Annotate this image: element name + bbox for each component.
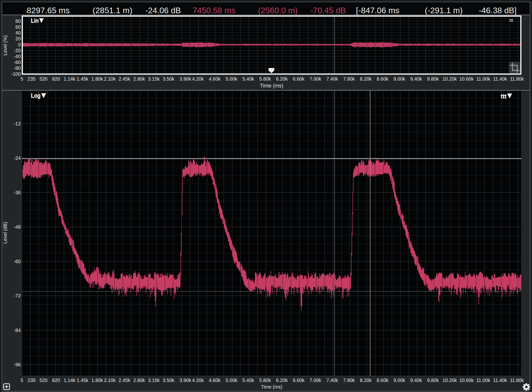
svg-text:3.90k: 3.90k	[179, 378, 191, 383]
svg-text:2.10k: 2.10k	[104, 76, 116, 82]
svg-text:1.45k: 1.45k	[77, 76, 89, 82]
svg-text:7450.58 ms: 7450.58 ms	[192, 6, 235, 15]
svg-text:9.80k: 9.80k	[427, 378, 439, 383]
svg-text:5: 5	[21, 378, 23, 383]
svg-text:-24: -24	[14, 155, 21, 161]
svg-text:10.60k: 10.60k	[459, 76, 474, 82]
svg-text:2.45k: 2.45k	[119, 76, 130, 82]
svg-text:ttt: ttt	[501, 93, 507, 100]
svg-text:2.80k: 2.80k	[133, 378, 145, 383]
svg-text:4.60k: 4.60k	[209, 378, 221, 383]
svg-text:1.14k: 1.14k	[64, 76, 76, 82]
svg-text:-96: -96	[14, 362, 21, 367]
svg-text:1.80k: 1.80k	[91, 76, 103, 82]
svg-text:-70.45 dB: -70.45 dB	[310, 6, 346, 15]
svg-text:8297.65 ms: 8297.65 ms	[27, 6, 70, 15]
svg-text:520: 520	[39, 76, 48, 82]
svg-text:2.10k: 2.10k	[104, 378, 116, 383]
svg-text:5.80k: 5.80k	[259, 76, 271, 82]
svg-text:3.50k: 3.50k	[163, 378, 175, 383]
svg-text:-80: -80	[14, 65, 21, 71]
svg-text:10.20k: 10.20k	[443, 378, 457, 383]
svg-text:80: 80	[15, 18, 21, 24]
svg-text:11.40k: 11.40k	[493, 76, 507, 82]
svg-text:0: 0	[18, 42, 21, 47]
svg-text:5.40k: 5.40k	[242, 378, 254, 383]
svg-text:520: 520	[39, 378, 48, 383]
svg-text:9.80k: 9.80k	[427, 76, 439, 82]
svg-text:7.40k: 7.40k	[326, 76, 338, 82]
svg-text:Time (ms): Time (ms)	[260, 83, 283, 89]
svg-text:8.20k: 8.20k	[360, 76, 372, 82]
svg-text:5.40k: 5.40k	[242, 76, 254, 82]
svg-text:Lin: Lin	[31, 17, 38, 24]
svg-text:4.20k: 4.20k	[192, 378, 204, 383]
svg-text:(2560.0 m): (2560.0 m)	[258, 6, 298, 15]
svg-text:7.80k: 7.80k	[343, 76, 355, 82]
svg-text:-84: -84	[14, 328, 21, 333]
svg-text:9.40k: 9.40k	[410, 76, 422, 82]
svg-text:820: 820	[52, 76, 60, 82]
svg-text:Time (ms): Time (ms)	[261, 384, 282, 390]
svg-text:1.80k: 1.80k	[91, 378, 103, 383]
svg-text:(-291.1 m): (-291.1 m)	[425, 6, 463, 15]
svg-text:9.00k: 9.00k	[393, 76, 405, 82]
svg-text:235: 235	[27, 76, 36, 82]
svg-text:11.00k: 11.00k	[476, 378, 490, 383]
svg-text:-12: -12	[14, 121, 21, 126]
svg-text:2.80k: 2.80k	[133, 76, 145, 82]
svg-text:Level (%): Level (%)	[2, 35, 8, 55]
svg-text:-60: -60	[14, 259, 21, 264]
svg-text:820: 820	[52, 378, 60, 383]
svg-text:11.00k: 11.00k	[476, 76, 490, 82]
svg-text:-46.38 dB]: -46.38 dB]	[479, 6, 517, 15]
svg-text:4.60k: 4.60k	[209, 76, 221, 82]
svg-text:-72: -72	[14, 293, 21, 298]
svg-text:2.45k: 2.45k	[119, 378, 130, 383]
svg-text:Log: Log	[31, 92, 40, 99]
svg-text:5.00k: 5.00k	[226, 378, 237, 383]
svg-text:9.40k: 9.40k	[410, 378, 422, 383]
svg-text:5.00k: 5.00k	[226, 76, 237, 82]
svg-text:10.60k: 10.60k	[459, 378, 474, 383]
svg-text:9.00k: 9.00k	[393, 378, 405, 383]
svg-text:20: 20	[15, 36, 21, 41]
svg-text:6.20k: 6.20k	[276, 378, 288, 383]
svg-text:235: 235	[27, 378, 36, 383]
svg-text:11.80k: 11.80k	[510, 378, 524, 383]
svg-text:7.40k: 7.40k	[326, 378, 338, 383]
svg-text:8.60k: 8.60k	[377, 378, 389, 383]
svg-text:6.60k: 6.60k	[293, 76, 304, 82]
svg-text:7.00k: 7.00k	[310, 76, 321, 82]
svg-text:3.15k: 3.15k	[148, 76, 160, 82]
svg-text:6.60k: 6.60k	[293, 378, 304, 383]
svg-text:8.60k: 8.60k	[377, 76, 389, 82]
svg-text:3.15k: 3.15k	[148, 378, 160, 383]
svg-text:3.50k: 3.50k	[163, 76, 175, 82]
svg-text:6.20k: 6.20k	[276, 76, 288, 82]
svg-text:11.80k: 11.80k	[510, 76, 524, 82]
svg-text:-40: -40	[14, 54, 21, 59]
svg-text:-24.06 dB: -24.06 dB	[145, 6, 181, 15]
svg-text:4.20k: 4.20k	[192, 76, 204, 82]
svg-text:3.90k: 3.90k	[179, 76, 191, 82]
svg-text:-20: -20	[14, 48, 21, 53]
svg-text:10.20k: 10.20k	[443, 76, 457, 82]
svg-text:60: 60	[15, 24, 21, 30]
svg-text:7.80k: 7.80k	[343, 378, 355, 383]
svg-text:ttt: ttt	[509, 18, 513, 23]
svg-text:1.14k: 1.14k	[64, 378, 76, 383]
svg-text:40: 40	[15, 30, 21, 36]
svg-text:5.80k: 5.80k	[259, 378, 271, 383]
svg-text:-48: -48	[14, 224, 21, 230]
svg-text:8.20k: 8.20k	[360, 378, 372, 383]
svg-text:-36: -36	[14, 190, 21, 195]
svg-text:Level (dB): Level (dB)	[2, 222, 8, 244]
svg-text:11.40k: 11.40k	[493, 378, 507, 383]
svg-text:5: 5	[21, 76, 23, 82]
svg-text:7.00k: 7.00k	[310, 378, 321, 383]
svg-text:1.45k: 1.45k	[77, 378, 89, 383]
svg-text:(2851.1 m): (2851.1 m)	[93, 6, 132, 15]
svg-text:[-847.06 ms: [-847.06 ms	[356, 6, 399, 15]
svg-text:-60: -60	[14, 60, 21, 65]
